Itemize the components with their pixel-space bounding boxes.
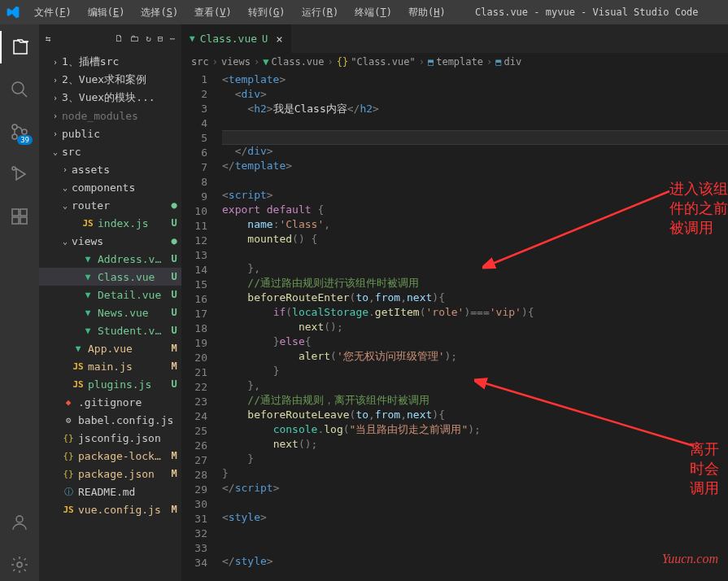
tree-item[interactable]: {}jsconfig.json — [39, 429, 181, 447]
git-status-badge: U — [167, 307, 181, 318]
debug-icon[interactable] — [0, 158, 39, 190]
collapse-icon[interactable]: ⊟ — [158, 33, 163, 44]
settings-icon[interactable] — [0, 548, 39, 581]
new-folder-icon[interactable]: 🗀 — [130, 33, 139, 44]
tree-item[interactable]: JSvue.config.jsM — [39, 500, 181, 518]
breadcrumb-item[interactable]: ⬒ template — [428, 56, 483, 68]
tree-item[interactable]: ⌄src — [39, 142, 181, 160]
tree-item[interactable]: ▼App.vueM — [39, 339, 181, 357]
close-icon[interactable]: × — [276, 33, 282, 46]
file-type-icon: {} — [62, 433, 75, 443]
breadcrumb-item[interactable]: ▼ Class.vue — [263, 56, 324, 68]
tree-item[interactable]: ›3、Vuex的模块... — [39, 89, 181, 107]
vue-icon: ▼ — [190, 33, 195, 44]
tree-item[interactable]: ›node_modules — [39, 107, 181, 124]
svg-point-5 — [12, 167, 15, 170]
source-control-icon[interactable]: 39 — [0, 116, 39, 148]
tree-item-label: index.js — [98, 217, 167, 229]
menu-help[interactable]: 帮助(H) — [402, 2, 452, 23]
tree-item-label: package.json — [78, 468, 167, 480]
code-editor[interactable]: 1234567891011121314151617181920212223242… — [181, 71, 728, 581]
tree-item[interactable]: ▼News.vueU — [39, 304, 181, 321]
chevron-icon: ⌄ — [59, 201, 72, 210]
chevron-icon: ⌄ — [59, 237, 72, 246]
tree-item[interactable]: ›1、插槽src — [39, 53, 181, 71]
refresh-icon[interactable]: ↻ — [146, 33, 151, 44]
git-status-badge: U — [167, 378, 181, 390]
tree-item-label: 2、Vuex求和案例 — [62, 72, 181, 87]
menu-terminal[interactable]: 终端(T) — [348, 2, 399, 23]
svg-point-2 — [12, 124, 17, 129]
tree-item[interactable]: ▼Detail.vueU — [39, 286, 181, 304]
search-icon[interactable] — [0, 73, 39, 106]
chevron-icon: › — [49, 111, 62, 120]
breadcrumb-item[interactable]: views — [221, 56, 251, 68]
tree-item[interactable]: ⌄components — [39, 178, 181, 196]
tree-item[interactable]: ⌄views● — [39, 232, 181, 250]
svg-point-4 — [22, 129, 27, 134]
activity-bar: 39 — [0, 24, 39, 581]
tree-item[interactable]: ▼Class.vueU — [39, 268, 181, 286]
menu-file[interactable]: 文件(F) — [28, 2, 78, 23]
tree-item[interactable]: JSmain.jsM — [39, 357, 181, 375]
chevron-icon: › — [59, 165, 72, 174]
tree-item-label: node_modules — [62, 110, 181, 122]
git-status-badge: U — [167, 217, 181, 229]
menu-view[interactable]: 查看(V) — [188, 2, 238, 23]
tree-item[interactable]: ⓘREADME.md — [39, 483, 181, 500]
file-type-icon: ◆ — [62, 397, 75, 408]
tree-item-label: plugins.js — [88, 378, 167, 391]
tab-git-status: U — [262, 33, 268, 45]
tree-item-label: README.md — [78, 486, 181, 498]
svg-point-11 — [17, 562, 22, 567]
tree-item-label: package-lock.json — [78, 450, 167, 462]
tab-class-vue[interactable]: ▼ Class.vue U × — [181, 24, 292, 53]
tree-item[interactable]: {}package-lock.jsonM — [39, 447, 181, 465]
tree-item[interactable]: ›public — [39, 124, 181, 142]
menu-edit[interactable]: 编辑(E) — [81, 2, 132, 23]
code-content[interactable]: <template> <div> <h2>我是Class内容</h2> </di… — [222, 71, 728, 581]
tree-item[interactable]: ›2、Vuex求和案例 — [39, 71, 181, 89]
file-type-icon: ▼ — [81, 272, 94, 282]
git-status-badge: M — [167, 343, 181, 354]
svg-point-3 — [12, 134, 17, 139]
menu-run[interactable]: 运行(R) — [295, 2, 346, 23]
tree-item[interactable]: ◆.gitignore — [39, 393, 181, 411]
explorer-icon[interactable] — [0, 31, 39, 63]
svg-point-10 — [16, 516, 23, 522]
tree-item-label: Student.vue — [98, 325, 167, 337]
explorer-header: ⇆ 🗋 🗀 ↻ ⊟ ⋯ — [39, 24, 181, 53]
extensions-icon[interactable] — [0, 200, 39, 233]
breadcrumb-item[interactable]: ⬒ div — [495, 56, 521, 68]
tree-item-label: assets — [72, 164, 181, 176]
file-type-icon: JS — [62, 505, 75, 515]
tree-item-label: jsconfig.json — [78, 432, 181, 444]
file-type-icon: {} — [62, 469, 75, 479]
tree-item[interactable]: ▼Student.vueU — [39, 321, 181, 339]
tree-item[interactable]: JSplugins.jsU — [39, 375, 181, 393]
breadcrumb-item[interactable]: src — [191, 56, 209, 68]
tree-item[interactable]: ▼Address.vueU — [39, 250, 181, 268]
window-title: Class.vue - myvue - Visual Studio Code — [452, 7, 721, 18]
tree-item[interactable]: ⌄router● — [39, 196, 181, 214]
tree-item-label: .gitignore — [78, 396, 181, 408]
git-status-badge: ● — [167, 235, 181, 247]
menu-go[interactable]: 转到(G) — [242, 2, 292, 23]
new-file-icon[interactable]: 🗋 — [115, 33, 124, 44]
tree-item[interactable]: JSindex.jsU — [39, 214, 181, 232]
tree-item[interactable]: ›assets — [39, 160, 181, 178]
breadcrumbs: src› views› ▼ Class.vue› {} "Class.vue"›… — [181, 53, 728, 71]
breadcrumb-item[interactable]: {} "Class.vue" — [337, 56, 416, 68]
git-status-badge: M — [167, 504, 181, 515]
tree-item[interactable]: {}package.jsonM — [39, 465, 181, 483]
title-bar: 文件(F) 编辑(E) 选择(S) 查看(V) 转到(G) 运行(R) 终端(T… — [0, 0, 728, 24]
svg-rect-8 — [12, 217, 19, 224]
tree-item-label: babel.config.js — [78, 414, 181, 426]
tree-item-label: src — [62, 146, 181, 158]
more-icon[interactable]: ⋯ — [169, 33, 175, 44]
view-toggle-icon[interactable]: ⇆ — [46, 33, 51, 44]
sidebar-explorer: ⇆ 🗋 🗀 ↻ ⊟ ⋯ ›1、插槽src›2、Vuex求和案例›3、Vuex的模… — [39, 24, 181, 581]
account-icon[interactable] — [0, 506, 39, 539]
menu-select[interactable]: 选择(S) — [134, 2, 185, 23]
tree-item[interactable]: ⚙babel.config.js — [39, 411, 181, 429]
